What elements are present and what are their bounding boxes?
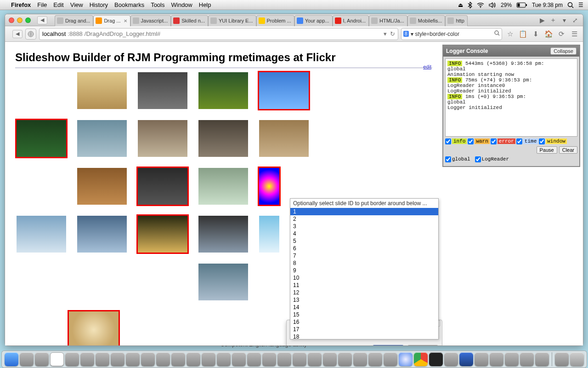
dock-app-icon[interactable]	[247, 352, 261, 366]
dock-app-icon[interactable]	[96, 352, 109, 366]
thumbnail-beads[interactable]	[258, 167, 281, 206]
dock-app-icon[interactable]	[262, 352, 276, 366]
filter-checkbox[interactable]	[516, 138, 522, 144]
thumbnail-ocean[interactable]	[76, 214, 128, 254]
dock-app-icon[interactable]	[323, 352, 337, 366]
logger-clear-button[interactable]: Clear	[559, 146, 577, 154]
slide-id-option[interactable]: 2	[290, 215, 438, 223]
dock-app-icon[interactable]	[459, 352, 473, 366]
dock-app-icon[interactable]	[277, 352, 291, 366]
dock-app-icon[interactable]	[520, 352, 534, 366]
thumbnail-tannery[interactable]	[76, 167, 128, 206]
thumbnail-brick-building[interactable]	[136, 119, 189, 158]
bookmark-star-icon[interactable]: ☆	[505, 29, 515, 39]
url-bar[interactable]: localhost:8888/DragAndDrop_Logger.html# …	[39, 28, 398, 40]
slide-id-option[interactable]: 15	[290, 311, 438, 318]
dock-app-icon[interactable]	[475, 352, 488, 366]
search-bar[interactable]: 8▾ style=border-color	[401, 28, 502, 40]
dock-app-icon[interactable]	[353, 352, 367, 366]
dock-app-icon[interactable]	[505, 352, 519, 366]
browser-tab[interactable]: I, Androi...	[333, 15, 369, 26]
browser-tab[interactable]: Skilled n...	[171, 15, 208, 26]
slide-id-option[interactable]: 18	[290, 333, 438, 339]
dock-app-icon[interactable]	[65, 352, 79, 366]
thumbnail-green-tram[interactable]	[197, 71, 249, 110]
thumbnail-lake[interactable]	[197, 262, 249, 302]
thumbnail-tree[interactable]	[15, 119, 68, 158]
dock-app-icon[interactable]	[202, 352, 215, 366]
slide-id-option[interactable]: 4	[290, 230, 438, 237]
source-checkbox[interactable]	[475, 156, 481, 162]
home-icon[interactable]: 🏠	[543, 29, 554, 39]
dock-app-icon[interactable]	[429, 352, 443, 366]
menu-help[interactable]: Help	[199, 1, 211, 8]
slide-id-option[interactable]: 3	[290, 223, 438, 230]
dock-app-icon[interactable]	[293, 352, 306, 366]
battery-icon[interactable]	[516, 2, 527, 8]
downloads-icon[interactable]: ⬇	[531, 29, 541, 39]
dock-app-icon[interactable]	[156, 352, 170, 366]
menubar-clock[interactable]: Tue 9:38 pm	[532, 2, 563, 8]
slide-id-option[interactable]: 10	[290, 274, 438, 282]
slide-id-option[interactable]: 11	[290, 282, 438, 289]
tabbar-scroll-left[interactable]: ◀	[37, 16, 47, 24]
dock-app-icon[interactable]	[187, 352, 200, 366]
thumbnail-puppy[interactable]	[76, 71, 128, 110]
browser-tab[interactable]: HTML/Ja...	[369, 15, 407, 26]
dock-app-icon[interactable]	[444, 352, 458, 366]
source-checkbox[interactable]	[445, 156, 451, 162]
logger-filter-window[interactable]: window	[539, 138, 567, 144]
thumbnail-puppy-flowers[interactable]	[68, 310, 120, 345]
dock-app-icon[interactable]	[80, 352, 94, 366]
thumbnail-sunset[interactable]	[136, 214, 189, 254]
thumbnail-tropical-beach[interactable]	[258, 214, 281, 254]
menu-file[interactable]: File	[37, 1, 47, 8]
dock-app-icon[interactable]	[338, 352, 352, 366]
logger-pause-button[interactable]: Pause	[537, 146, 557, 154]
stop-reload-button[interactable]: ▾ ↻	[384, 30, 395, 37]
filter-checkbox[interactable]	[468, 138, 474, 144]
thumbnail-statue[interactable]	[258, 119, 310, 158]
eject-icon[interactable]: ⏏	[458, 2, 463, 8]
dock-app-icon[interactable]	[126, 352, 140, 366]
thumbnail-hikers[interactable]	[76, 119, 128, 158]
browser-tab[interactable]: http	[445, 15, 467, 26]
menu-history[interactable]: History	[90, 1, 108, 8]
menu-bookmarks[interactable]: Bookmarks	[114, 1, 144, 8]
thumbnail-harbour-bridge[interactable]	[15, 214, 68, 254]
sync-icon[interactable]: ⟳	[556, 29, 566, 39]
logger-filter-error[interactable]: error	[491, 138, 515, 144]
thumbnail-caged-window[interactable]	[136, 167, 189, 206]
spotlight-icon[interactable]	[567, 2, 574, 8]
dock-app-icon[interactable]	[50, 352, 64, 366]
dock-app-icon[interactable]	[384, 352, 397, 366]
logger-filter-time[interactable]: time	[516, 138, 538, 144]
thumbnail-streetlamp[interactable]	[258, 71, 310, 110]
hamburger-menu-icon[interactable]: ☰	[569, 29, 579, 39]
cancel-button[interactable]: Cancel	[407, 345, 438, 345]
dock-app-icon[interactable]	[20, 352, 34, 366]
browser-tab[interactable]: Drag ...✕	[93, 15, 130, 26]
dock-app-icon[interactable]	[414, 352, 428, 366]
fullscreen-button[interactable]: ⤢	[571, 16, 579, 24]
list-tabs-button[interactable]: ▾	[560, 16, 568, 24]
browser-tab[interactable]: Your app...	[294, 15, 333, 26]
browser-tab[interactable]: Problem ...	[256, 15, 294, 26]
logger-collapse-button[interactable]: Collapse	[550, 47, 577, 55]
dock-app-icon[interactable]	[232, 352, 246, 366]
edit-link[interactable]: edit	[423, 64, 431, 69]
dock-app-icon[interactable]	[5, 352, 18, 366]
dock-app-icon[interactable]	[368, 352, 382, 366]
browser-tab[interactable]: Drag and...	[55, 15, 93, 26]
filter-checkbox[interactable]	[539, 138, 545, 144]
wifi-icon[interactable]	[477, 2, 484, 8]
slide-id-option[interactable]: 5	[290, 237, 438, 245]
logger-filter-warn[interactable]: warn	[468, 138, 489, 144]
filter-checkbox[interactable]	[445, 138, 451, 144]
slide-id-option[interactable]: 6	[290, 245, 438, 252]
back-button[interactable]: ◀	[12, 30, 23, 38]
thumbnail-archway[interactable]	[197, 119, 249, 158]
slide-id-option[interactable]: 1	[290, 208, 438, 215]
window-close-button[interactable]	[9, 17, 14, 23]
menu-edit[interactable]: Edit	[53, 1, 63, 8]
